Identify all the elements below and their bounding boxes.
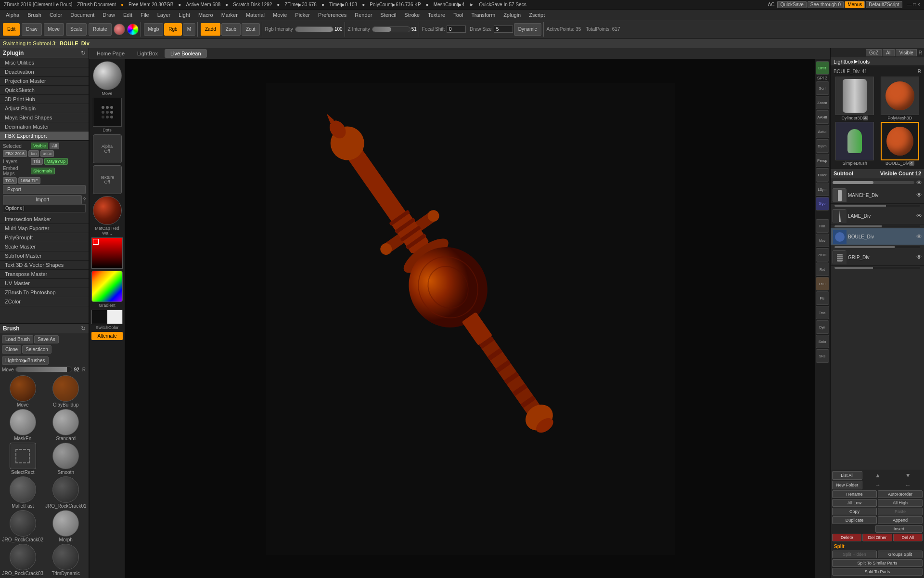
- lame-vis[interactable]: 👁: [916, 212, 922, 219]
- lame-slider[interactable]: [834, 225, 920, 227]
- see-through-btn[interactable]: See-through 0: [808, 1, 844, 8]
- menu-movie[interactable]: Movie: [269, 11, 291, 19]
- plugin-decimation-master[interactable]: Decimation Master: [0, 122, 89, 131]
- menu-file[interactable]: File: [137, 11, 153, 19]
- goz-btn[interactable]: GoZ: [866, 49, 882, 56]
- fbx-2016-btn[interactable]: FBX 2016: [3, 150, 27, 157]
- draw-btn[interactable]: Draw: [22, 23, 41, 36]
- z-intensity-slider[interactable]: [372, 26, 411, 32]
- manche-slider[interactable]: [834, 205, 920, 207]
- boule-slider[interactable]: [834, 246, 920, 248]
- bpr-btn[interactable]: BPR: [816, 61, 829, 75]
- subtool-global-slider[interactable]: [833, 181, 914, 184]
- move-btn[interactable]: Move: [44, 23, 64, 36]
- visible-btn[interactable]: Visible: [31, 143, 48, 149]
- groups-split-btn[interactable]: Groups Split: [878, 551, 923, 558]
- subtool-boule[interactable]: BOULE_Div 👁: [831, 228, 924, 245]
- menu-stencil[interactable]: Stencil: [376, 11, 400, 19]
- menu-picker[interactable]: Picker: [291, 11, 314, 19]
- grip-vis[interactable]: 👁: [916, 254, 922, 261]
- mat-move-sphere[interactable]: Move: [91, 61, 123, 96]
- menu-tool[interactable]: Tool: [449, 11, 467, 19]
- plugin-deactivation[interactable]: Deactivation: [0, 67, 89, 77]
- plugin-intersection[interactable]: Intersection Masker: [0, 215, 89, 224]
- menu-brush[interactable]: Brush: [24, 11, 45, 19]
- paste-btn[interactable]: Paste: [878, 508, 923, 515]
- clone-btn[interactable]: Clone: [2, 345, 21, 354]
- spi-label[interactable]: SPi 3: [817, 76, 828, 80]
- thumb-simple-brush[interactable]: SimpleBrush: [833, 122, 877, 166]
- dynamic-btn[interactable]: Dynamic: [514, 23, 541, 36]
- menus-btn[interactable]: Menus: [845, 1, 865, 8]
- brush-jro-rock3[interactable]: JRO_RockCrack03: [2, 544, 44, 576]
- 16bit-btn[interactable]: 16Bit TIF: [18, 177, 40, 184]
- manche-vis[interactable]: 👁: [916, 192, 922, 198]
- menu-marker[interactable]: Marker: [218, 11, 242, 19]
- copy-btn[interactable]: Copy: [832, 508, 877, 515]
- menu-zscript[interactable]: Zscript: [525, 11, 549, 19]
- snoise-btn[interactable]: SNs: [816, 349, 829, 363]
- tga-btn[interactable]: TGA: [3, 177, 17, 184]
- color-preview[interactable]: [127, 24, 139, 35]
- list-all-btn[interactable]: List All: [832, 471, 862, 480]
- ascii-btn[interactable]: ascii: [40, 150, 54, 157]
- rename-btn[interactable]: Rename: [832, 490, 877, 498]
- thumb-cylinder3d[interactable]: Cylinder3D 4: [833, 77, 877, 120]
- save-as-btn[interactable]: Save As: [34, 335, 59, 343]
- options-input[interactable]: [3, 204, 86, 212]
- del-all-btn[interactable]: Del All: [893, 534, 923, 541]
- focal-input[interactable]: [447, 26, 466, 33]
- plugin-subtool-master[interactable]: SubTool Master: [0, 251, 89, 261]
- plugin-transpose-master[interactable]: Transpose Master: [0, 270, 89, 279]
- plugin-3d-print-hub[interactable]: 3D Print Hub: [0, 95, 89, 104]
- plugin-projection-master[interactable]: Projection Master: [0, 77, 89, 86]
- snormals-btn[interactable]: SNormals: [31, 168, 55, 174]
- move-slider[interactable]: [15, 367, 72, 372]
- split-parts-btn[interactable]: Split To Parts: [832, 568, 923, 576]
- mat-gradient[interactable]: Gradient: [91, 271, 123, 308]
- mrgb-btn[interactable]: Mrgb: [144, 23, 164, 36]
- delete-btn[interactable]: Delete: [832, 534, 861, 541]
- filter-btn[interactable]: Fltr: [816, 291, 829, 305]
- menu-color[interactable]: Color: [46, 11, 66, 19]
- thumb-polymesh3d[interactable]: PolyMesh3D: [878, 77, 922, 120]
- brush-smooth[interactable]: Smooth: [45, 443, 87, 475]
- move-reset-btn[interactable]: R: [81, 367, 87, 372]
- brush-standard[interactable]: Standard: [45, 409, 87, 441]
- plugin-multi-map[interactable]: Multi Map Exporter: [0, 224, 89, 233]
- thumb-boule-div[interactable]: BOULE_Div 4: [878, 122, 922, 166]
- mat-alternate[interactable]: Alternate: [91, 332, 123, 340]
- menu-render[interactable]: Render: [351, 11, 376, 19]
- menu-macro[interactable]: Macro: [194, 11, 217, 19]
- brush-selectrect[interactable]: SelectRect: [2, 443, 44, 475]
- frame-btn[interactable]: Frm: [816, 219, 829, 233]
- plugin-fbx[interactable]: FBX ExportImport: [0, 131, 89, 141]
- grip-slider[interactable]: [834, 267, 920, 269]
- menu-light[interactable]: Light: [175, 11, 194, 19]
- rgb-intensity-slider[interactable]: [295, 26, 334, 32]
- scale-btn[interactable]: Scale: [66, 23, 87, 36]
- subtool-grip[interactable]: GRIP_Div 👁: [831, 249, 924, 266]
- transp-btn[interactable]: Trns: [816, 306, 829, 319]
- mat-alpha-off[interactable]: AlphaOff: [91, 134, 123, 163]
- menu-material[interactable]: Material: [242, 11, 269, 19]
- split-hidden-btn[interactable]: Split Hidden: [832, 551, 877, 558]
- menu-preferences[interactable]: Preferences: [314, 11, 350, 19]
- default-zscript-btn[interactable]: DefaultZScript: [866, 1, 902, 8]
- solo-btn[interactable]: Solo: [816, 335, 829, 348]
- auto-reorder-btn[interactable]: AutoReorder: [878, 490, 923, 498]
- menu-texture[interactable]: Texture: [424, 11, 449, 19]
- m-btn[interactable]: M: [183, 23, 195, 36]
- move-icon-btn[interactable]: Mov: [816, 234, 829, 247]
- plugin-zcolor[interactable]: ZColor: [0, 297, 89, 306]
- plugin-uv-master[interactable]: UV Master: [0, 279, 89, 288]
- brush-trimdynamic[interactable]: TrimDynamic: [45, 544, 87, 576]
- plugin-adjust[interactable]: Adjust Plugin: [0, 104, 89, 113]
- plugin-text3d[interactable]: Text 3D & Vector Shapes: [0, 261, 89, 270]
- menu-edit[interactable]: Edit: [119, 11, 136, 19]
- insert-btn[interactable]: Insert: [875, 525, 923, 533]
- brush-jro-rock1[interactable]: JRO_RockCrack01: [45, 476, 87, 509]
- bin-btn[interactable]: bin: [28, 150, 39, 157]
- alternate-btn[interactable]: Alternate: [91, 332, 123, 340]
- zadd-btn[interactable]: Zadd: [201, 23, 220, 36]
